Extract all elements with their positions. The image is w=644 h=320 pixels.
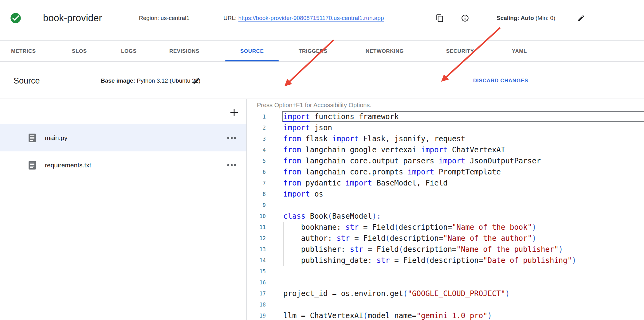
code-line-4[interactable]: 4from langchain_google_vertexai import C… [247,144,644,155]
code-text: llm = ChatVertexAI(model_name="gemini-1.… [283,310,492,320]
line-number: 11 [247,222,266,233]
url-info-button[interactable] [461,14,469,22]
pencil-icon [577,14,585,22]
edit-scaling-button[interactable] [577,14,585,22]
line-number: 16 [247,277,266,288]
url-label: URL: [223,15,237,21]
line-number: 8 [247,189,266,200]
scaling-info: Scaling: Auto (Min: 0) [497,15,555,21]
line-number: 17 [247,288,266,299]
line-number: 13 [247,244,266,255]
code-text: from pydantic import BaseModel, Field [283,178,448,189]
source-section-title: Source [14,76,40,86]
indent-guide [283,233,284,244]
line-number: 14 [247,255,266,266]
service-url-link[interactable]: https://book-provider-908087151170.us-ce… [238,15,384,21]
code-line-14[interactable]: 14 publishing_date: str = Field(descript… [247,255,644,266]
line-number: 2 [247,122,266,133]
service-header: book-provider Region: us-central1 URL: h… [0,0,644,40]
source-main-area: main.pyrequirements.txt Press Option+F1 … [0,99,644,320]
add-file-button[interactable] [229,107,240,118]
code-line-15[interactable]: 15 [247,266,644,277]
tab-slos[interactable]: SLOS [72,41,87,62]
file-item-main.py[interactable]: main.py [0,124,246,151]
tab-triggers[interactable]: TRIGGERS [299,41,328,62]
code-text: import os [283,189,323,200]
pencil-icon [193,77,200,85]
base-image-info: Base image: Python 3.12 (Ubuntu 22) [101,77,200,84]
selected-tab-underline [225,60,279,61]
file-explorer-header [0,99,246,124]
tab-yaml[interactable]: YAML [512,41,527,62]
code-line-18[interactable]: 18 [247,299,644,310]
discard-changes-button[interactable]: DISCARD CHANGES [473,78,528,84]
region-info: Region: us-central1 [139,15,190,21]
file-name: requirements.txt [45,162,91,169]
code-line-13[interactable]: 13 publisher: str = Field(description="N… [247,244,644,255]
edit-base-image-button[interactable] [193,77,200,85]
line-number: 12 [247,233,266,244]
indent-guide [283,244,284,255]
code-text: from langchain_core.output_parsers impor… [283,155,541,166]
code-text: import functions_framework [283,111,399,122]
line-number: 9 [247,200,266,211]
line-number: 6 [247,166,266,178]
code-line-7[interactable]: 7from pydantic import BaseModel, Field [247,178,644,189]
file-item-requirements.txt[interactable]: requirements.txt [0,151,246,179]
code-line-5[interactable]: 5from langchain_core.output_parsers impo… [247,155,644,166]
code-line-17[interactable]: 17project_id = os.environ.get("GOOGLE_CL… [247,288,644,299]
code-text: from langchain_core.prompts import Promp… [283,166,501,178]
line-number: 18 [247,299,266,310]
code-line-6[interactable]: 6from langchain_core.prompts import Prom… [247,166,644,178]
code-text: from langchain_google_vertexai import Ch… [283,144,505,155]
file-overflow-menu[interactable] [226,162,238,168]
line-number: 7 [247,178,266,189]
line-number: 15 [247,266,266,277]
code-text: project_id = os.environ.get("GOOGLE_CLOU… [283,288,510,299]
file-icon [28,161,36,170]
copy-url-button[interactable] [436,14,444,22]
code-line-12[interactable]: 12 author: str = Field(description="Name… [247,233,644,244]
code-editor[interactable]: Press Option+F1 for Accessibility Option… [247,99,644,320]
line-number: 19 [247,310,266,320]
service-status-ok-icon [10,12,22,24]
code-line-19[interactable]: 19llm = ChatVertexAI(model_name="gemini-… [247,310,644,320]
tab-source[interactable]: SOURCE [240,41,264,62]
code-line-16[interactable]: 16 [247,277,644,288]
code-text: import json [283,122,332,133]
code-text: from flask import Flask, jsonify, reques… [283,133,465,144]
code-line-10[interactable]: 10class Book(BaseModel): [247,211,644,222]
file-overflow-menu[interactable] [226,135,238,141]
source-toolbar: Source Base image: Python 3.12 (Ubuntu 2… [0,62,644,99]
cloud-run-service-page: book-provider Region: us-central1 URL: h… [0,0,644,320]
code-text: publishing_date: str = Field(description… [283,255,576,266]
code-line-9[interactable]: 9 [247,200,644,211]
code-line-1[interactable]: 1import functions_framework [247,111,644,122]
tab-metrics[interactable]: METRICS [11,41,36,62]
line-number: 10 [247,211,266,222]
file-explorer-panel: main.pyrequirements.txt [0,99,247,320]
page-title: book-provider [43,13,102,24]
line-number: 5 [247,155,266,166]
code-text: author: str = Field(description="Name of… [283,233,536,244]
service-url: URL: https://book-provider-908087151170.… [223,15,384,21]
code-text: publisher: str = Field(description="Name… [283,244,563,255]
code-line-2[interactable]: 2import json [247,122,644,133]
indent-guide [283,255,284,266]
tab-revisions[interactable]: REVISIONS [169,41,199,62]
file-icon [28,133,36,142]
tab-networking[interactable]: NETWORKING [366,41,404,62]
code-text: bookname: str = Field(description="Name … [283,222,536,233]
line-number: 4 [247,144,266,155]
plus-icon [229,107,240,118]
file-name: main.py [45,134,68,142]
code-line-11[interactable]: 11 bookname: str = Field(description="Na… [247,222,644,233]
code-line-8[interactable]: 8import os [247,189,644,200]
indent-guide [283,222,284,233]
tab-logs[interactable]: LOGS [121,41,137,62]
line-number: 1 [247,111,266,122]
service-tabbar: METRICSSLOSLOGSREVISIONSSOURCETRIGGERSNE… [0,40,644,62]
tab-security[interactable]: SECURITY [446,41,474,62]
code-line-3[interactable]: 3from flask import Flask, jsonify, reque… [247,133,644,144]
info-icon [461,14,469,22]
